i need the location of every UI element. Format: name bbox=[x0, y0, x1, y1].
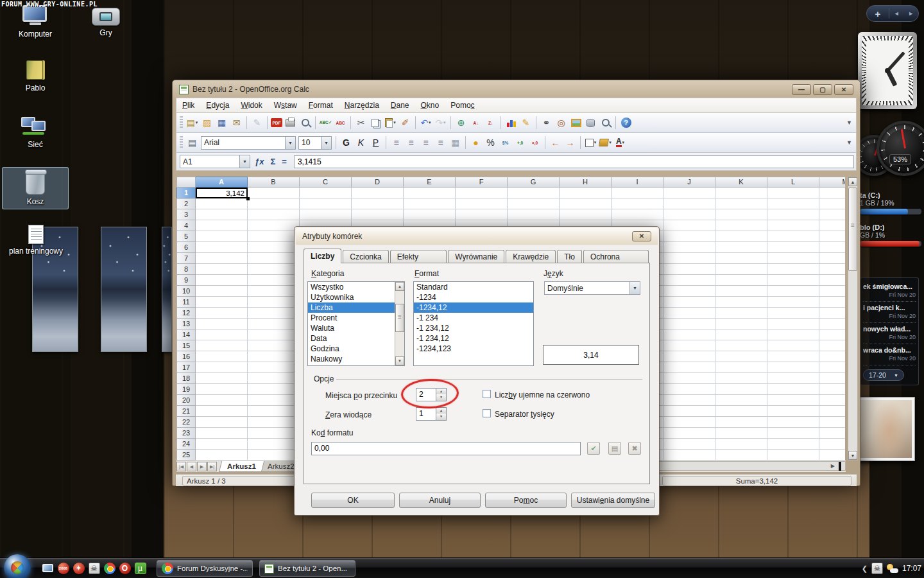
negative-red-checkbox[interactable] bbox=[483, 390, 491, 398]
vertical-scrollbar[interactable]: ▲ ▼ bbox=[848, 177, 858, 460]
increase-indent-icon[interactable]: → bbox=[563, 136, 577, 150]
category-item[interactable]: Data bbox=[308, 333, 395, 344]
standard-format-icon[interactable]: $% bbox=[499, 136, 512, 150]
copy-icon[interactable] bbox=[369, 116, 382, 130]
row-header-9[interactable]: 9 bbox=[176, 275, 196, 286]
open-icon[interactable]: ▨ bbox=[200, 116, 214, 130]
row-header-10[interactable]: 10 bbox=[176, 286, 196, 297]
chevron-down-icon[interactable]: ▾ bbox=[609, 140, 612, 145]
close-button[interactable]: ✕ bbox=[834, 84, 853, 95]
dialog-close-icon[interactable]: ✕ bbox=[632, 231, 651, 241]
name-box[interactable]: A1 ▼ bbox=[180, 155, 250, 168]
menu-okno[interactable]: Okno bbox=[415, 99, 445, 112]
row-header-8[interactable]: 8 bbox=[176, 264, 196, 275]
cut-icon[interactable]: ✂ bbox=[354, 116, 368, 130]
photo-thumbnail-2[interactable] bbox=[101, 227, 147, 352]
column-header-C[interactable]: C bbox=[300, 177, 352, 188]
spellcheck-icon[interactable]: ABC✓ bbox=[319, 116, 332, 130]
quicklaunch-skull-app-icon[interactable]: ☠ bbox=[87, 561, 101, 575]
font-name-combo[interactable]: Arial ▼ bbox=[201, 136, 296, 150]
data-sources-icon[interactable] bbox=[584, 116, 597, 130]
gadget-next-icon[interactable]: ► bbox=[904, 10, 919, 17]
delete-decimal-icon[interactable]: ×,0 bbox=[528, 136, 542, 150]
new-document-icon[interactable]: ▤▾ bbox=[185, 116, 199, 130]
borders-icon[interactable]: ▾ bbox=[584, 136, 597, 150]
menu-edycja[interactable]: Edycja bbox=[200, 99, 235, 112]
desktop-icon-komputer[interactable]: Komputer bbox=[2, 5, 69, 39]
draw-functions-icon[interactable]: ✎ bbox=[519, 116, 533, 130]
tab-krawędzie[interactable]: Krawędzie bbox=[506, 250, 556, 263]
row-header-2[interactable]: 2 bbox=[176, 198, 196, 209]
tab-tło[interactable]: Tło bbox=[557, 250, 582, 263]
row-header-3[interactable]: 3 bbox=[176, 209, 196, 220]
format-item[interactable]: -1234,12 bbox=[414, 302, 533, 313]
toolbar-overflow-icon[interactable]: ▼ bbox=[844, 119, 855, 126]
redo-icon[interactable]: ↷▾ bbox=[434, 116, 447, 130]
row-header-24[interactable]: 24 bbox=[176, 439, 196, 450]
first-sheet-icon[interactable]: |◀ bbox=[176, 462, 186, 471]
sort-ascending-icon[interactable]: A↓ bbox=[469, 116, 483, 130]
delete-icon[interactable]: ✖ bbox=[628, 442, 641, 455]
skull-tray-icon[interactable]: ☠ bbox=[871, 563, 883, 574]
split-handle[interactable] bbox=[839, 462, 841, 471]
undo-icon[interactable]: ↶▾ bbox=[419, 116, 432, 130]
category-item[interactable]: Użytkownika bbox=[308, 292, 395, 302]
gallery-icon[interactable] bbox=[569, 116, 583, 130]
chevron-down-icon[interactable]: ▾ bbox=[622, 140, 625, 145]
vertical-scroll-thumb[interactable] bbox=[848, 188, 857, 271]
autospellcheck-icon[interactable]: ABC bbox=[334, 116, 347, 130]
language-combo[interactable]: Domyślnie ▼ bbox=[544, 281, 640, 295]
row-header-7[interactable]: 7 bbox=[176, 253, 196, 264]
thousands-separator-checkbox[interactable] bbox=[483, 409, 491, 417]
quicklaunch-red-app-icon[interactable]: ✦ bbox=[72, 561, 85, 575]
row-header-25[interactable]: 25 bbox=[176, 450, 196, 460]
sheet-tab-arkusz1[interactable]: Arkusz1 bbox=[219, 461, 264, 472]
row-header-19[interactable]: 19 bbox=[176, 384, 196, 395]
scroll-right-icon[interactable]: ▶ bbox=[831, 463, 835, 469]
toolbar-overflow-icon[interactable]: ▼ bbox=[844, 139, 855, 146]
menu-narzędzia[interactable]: Narzędzia bbox=[339, 99, 385, 112]
tray-expand-icon[interactable]: ❮ bbox=[862, 565, 868, 573]
menu-plik[interactable]: Plik bbox=[176, 99, 200, 112]
format-item[interactable]: -1 234,12 bbox=[414, 333, 533, 344]
category-item[interactable]: Wszystko bbox=[308, 282, 395, 292]
pdf-export-icon[interactable]: PDF bbox=[271, 118, 282, 127]
find-replace-icon[interactable]: ⚭ bbox=[540, 116, 553, 130]
merge-cells-icon[interactable]: ▦ bbox=[449, 136, 462, 150]
percent-format-icon[interactable]: % bbox=[484, 136, 497, 150]
row-header-5[interactable]: 5 bbox=[176, 231, 196, 242]
font-size-combo[interactable]: 10 ▼ bbox=[298, 136, 332, 150]
add-decimal-icon[interactable]: +,0 bbox=[513, 136, 527, 150]
category-item[interactable]: Naukowy bbox=[308, 354, 395, 364]
row-header-1[interactable]: 1 bbox=[176, 188, 196, 198]
format-listbox[interactable]: Standard-1234-1234,12-1 234-1 234,12-1 2… bbox=[413, 281, 534, 366]
confirm-icon[interactable]: ✔ bbox=[587, 442, 600, 455]
column-header-E[interactable]: E bbox=[404, 177, 456, 188]
column-header-A[interactable]: A bbox=[196, 177, 248, 188]
equals-icon[interactable]: = bbox=[282, 157, 287, 166]
scroll-up-icon[interactable]: ▲ bbox=[395, 282, 404, 291]
currency-format-icon[interactable]: ● bbox=[469, 136, 483, 150]
category-item[interactable]: Waluta bbox=[308, 323, 395, 333]
chevron-down-icon[interactable]: ▾ bbox=[594, 140, 597, 145]
desktop-icon-gry[interactable]: Gry bbox=[73, 8, 139, 37]
category-scrollbar[interactable]: ▲ ▼ bbox=[395, 282, 404, 365]
cpu-meter-widget[interactable]: 53% bbox=[853, 121, 924, 185]
select-all-corner[interactable] bbox=[176, 177, 196, 188]
news-item[interactable]: i pacjenci k...Fri Nov 20 bbox=[863, 302, 916, 323]
format-item[interactable]: -1 234,12 bbox=[414, 323, 533, 333]
category-item[interactable]: Liczba bbox=[308, 302, 395, 313]
tab-wyrównanie[interactable]: Wyrównanie bbox=[448, 250, 504, 263]
desktop-icon-plan-treningowy[interactable]: plan treningowy bbox=[0, 225, 72, 256]
category-listbox[interactable]: ▲ ▼ WszystkoUżytkownikaLiczbaProcentWalu… bbox=[307, 281, 405, 366]
save-icon[interactable]: ▦ bbox=[215, 116, 228, 130]
row-header-4[interactable]: 4 bbox=[176, 220, 196, 231]
ok-button[interactable]: OK bbox=[311, 493, 395, 508]
sort-descending-icon[interactable]: Z↓ bbox=[484, 116, 497, 130]
photo-thumbnail-3[interactable] bbox=[162, 227, 172, 352]
row-header-6[interactable]: 6 bbox=[176, 242, 196, 253]
align-left-icon[interactable]: ≡ bbox=[389, 136, 403, 150]
row-header-17[interactable]: 17 bbox=[176, 362, 196, 373]
gadget-prev-icon[interactable]: ◄ bbox=[889, 10, 904, 17]
quicklaunch-opera-icon[interactable]: O bbox=[118, 561, 132, 575]
